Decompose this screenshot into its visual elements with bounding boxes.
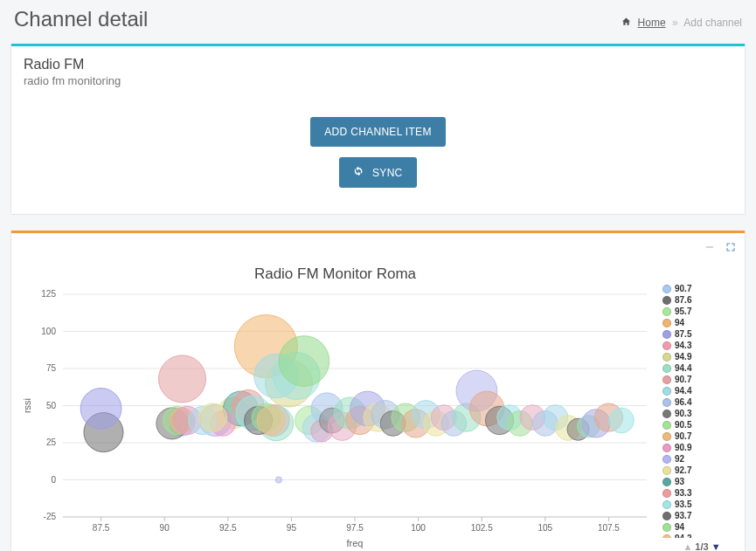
legend-label: 90.3 — [675, 408, 691, 419]
chart-panel: Radio FM Monitor Roma -25025507510012587… — [10, 231, 746, 551]
legend-label: 94.2 — [675, 533, 691, 538]
legend-item[interactable]: 87.6 — [662, 294, 741, 306]
fullscreen-icon[interactable] — [725, 242, 736, 255]
legend-label: 93 — [675, 476, 684, 487]
legend-label: 94.3 — [675, 340, 691, 351]
svg-point-58 — [257, 406, 285, 434]
svg-point-40 — [80, 389, 121, 430]
legend-label: 94.9 — [675, 351, 691, 362]
legend-item[interactable]: 96.4 — [662, 396, 741, 408]
legend-swatch — [662, 478, 671, 486]
legend-label: 93.5 — [675, 499, 691, 510]
svg-text:87.5: 87.5 — [93, 523, 110, 533]
svg-text:0: 0 — [51, 475, 56, 485]
svg-text:100: 100 — [411, 523, 426, 533]
legend-swatch — [662, 307, 671, 316]
breadcrumb-current: Add channel — [683, 17, 742, 29]
svg-rect-0 — [706, 247, 713, 248]
legend-item[interactable]: 90.7 — [662, 430, 741, 442]
legend-item[interactable]: 90.3 — [662, 408, 741, 419]
legend-item[interactable]: 94.9 — [662, 351, 741, 362]
legend-label: 90.7 — [675, 430, 691, 442]
legend-item[interactable]: 93.5 — [662, 499, 741, 510]
legend-item[interactable]: 90.9 — [662, 442, 741, 453]
legend-item[interactable]: 93 — [662, 476, 741, 487]
svg-point-61 — [279, 336, 329, 387]
legend-label: 90.5 — [675, 419, 691, 430]
svg-point-59 — [275, 477, 281, 483]
legend-swatch — [662, 512, 671, 520]
legend-item[interactable]: 92 — [662, 453, 741, 465]
legend-swatch — [662, 534, 671, 539]
legend-item[interactable]: 92.7 — [662, 465, 741, 476]
sync-label: SYNC — [372, 167, 403, 179]
legend-swatch — [662, 500, 671, 509]
legend-item[interactable]: 93.7 — [662, 510, 741, 521]
svg-text:92.5: 92.5 — [219, 523, 237, 533]
legend-label: 93.3 — [675, 487, 691, 499]
legend-nav: ▲ 1/3 ▼ — [662, 541, 741, 551]
legend-item[interactable]: 94 — [662, 521, 741, 533]
legend-swatch — [662, 387, 671, 396]
svg-text:90: 90 — [160, 523, 170, 533]
legend-up-icon[interactable]: ▲ — [683, 541, 692, 551]
svg-text:100: 100 — [41, 327, 56, 336]
legend-item[interactable]: 90.7 — [662, 374, 741, 385]
bubble-chart[interactable]: -25025507510012587.59092.59597.5100102.5… — [15, 290, 655, 551]
svg-text:107.5: 107.5 — [598, 523, 620, 533]
legend-swatch — [662, 455, 671, 464]
svg-text:-25: -25 — [44, 512, 57, 521]
legend-swatch — [662, 466, 671, 475]
breadcrumb-home[interactable]: Home — [638, 17, 666, 29]
legend-swatch — [662, 296, 671, 305]
legend-item[interactable]: 93.3 — [662, 487, 741, 499]
collapse-icon[interactable] — [704, 242, 718, 255]
legend-item[interactable]: 94.2 — [662, 533, 741, 538]
svg-point-92 — [609, 408, 635, 433]
legend-swatch — [662, 319, 671, 327]
legend-page-indicator: 1/3 — [695, 541, 708, 551]
legend-item[interactable]: 95.7 — [662, 306, 741, 317]
chart-area: Radio FM Monitor Roma -25025507510012587… — [15, 262, 655, 551]
legend-label: 94 — [675, 317, 684, 328]
legend-label: 92 — [675, 453, 684, 465]
svg-text:95: 95 — [287, 523, 297, 533]
legend-swatch — [662, 410, 671, 418]
legend-item[interactable]: 90.7 — [662, 283, 741, 294]
page-header: Channel detail Home » Add channel — [10, 0, 746, 37]
legend-swatch — [662, 353, 671, 362]
legend-label: 94.4 — [675, 385, 691, 396]
legend-label: 94.4 — [675, 362, 691, 374]
channel-name: Radio FM — [24, 57, 732, 72]
legend-swatch — [662, 398, 671, 407]
legend-item[interactable]: 90.5 — [662, 419, 741, 430]
legend-item[interactable]: 87.5 — [662, 328, 741, 340]
refresh-icon — [353, 167, 367, 179]
legend-swatch — [662, 285, 671, 293]
legend-label: 94 — [675, 521, 684, 533]
legend: 90.787.695.79487.594.394.994.490.794.496… — [662, 262, 741, 551]
legend-swatch — [662, 421, 671, 430]
legend-swatch — [662, 375, 671, 384]
svg-text:50: 50 — [46, 401, 57, 410]
add-channel-item-label: ADD CHANNEL ITEM — [324, 126, 431, 138]
legend-item[interactable]: 94 — [662, 317, 741, 328]
add-channel-item-button[interactable]: ADD CHANNEL ITEM — [310, 117, 445, 147]
channel-panel-body: ADD CHANNEL ITEM SYNC — [11, 94, 745, 214]
sync-button[interactable]: SYNC — [339, 157, 416, 188]
svg-text:25: 25 — [46, 437, 57, 447]
svg-text:rssi: rssi — [22, 398, 32, 413]
svg-text:102.5: 102.5 — [471, 523, 493, 533]
legend-down-icon[interactable]: ▼ — [711, 541, 721, 551]
legend-swatch — [662, 523, 671, 532]
home-icon — [621, 17, 634, 29]
legend-label: 90.7 — [675, 374, 691, 385]
legend-swatch — [662, 330, 671, 339]
legend-item[interactable]: 94.4 — [662, 385, 741, 396]
legend-item[interactable]: 94.3 — [662, 340, 741, 351]
channel-panel-head: Radio FM radio fm monitoring — [11, 46, 745, 94]
legend-item[interactable]: 94.4 — [662, 362, 741, 374]
legend-swatch — [662, 364, 671, 373]
svg-point-44 — [159, 355, 206, 403]
legend-swatch — [662, 341, 671, 350]
